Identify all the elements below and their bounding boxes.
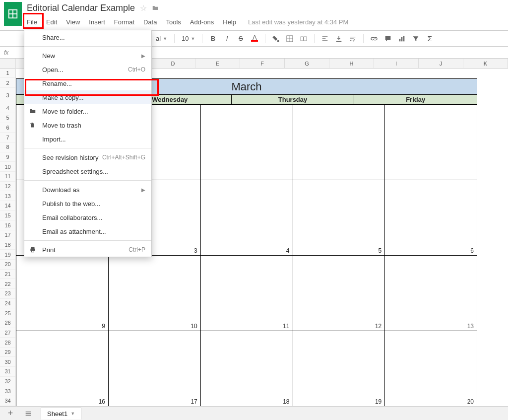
row-header[interactable]: 30 <box>0 357 15 367</box>
file-menu-item[interactable]: See revision historyCtrl+Alt+Shift+G <box>24 150 151 164</box>
file-menu-item[interactable]: Rename... <box>24 76 151 90</box>
menu-file[interactable]: File <box>27 18 37 26</box>
row-header[interactable]: 32 <box>0 377 15 387</box>
file-menu-item[interactable]: Move to trash <box>24 118 151 132</box>
merge-button[interactable] <box>298 33 309 44</box>
row-header[interactable]: 12 <box>0 182 15 192</box>
halign-button[interactable] <box>319 33 330 44</box>
menu-edit[interactable]: Edit <box>46 18 57 26</box>
wrap-button[interactable] <box>347 33 358 44</box>
fill-color-button[interactable] <box>270 33 281 44</box>
chart-button[interactable] <box>396 33 407 44</box>
file-menu-item[interactable]: Email collaborators... <box>24 210 151 224</box>
file-menu-item[interactable]: Make a copy... <box>24 90 151 104</box>
row-header[interactable]: 8 <box>0 142 15 152</box>
font-size-select[interactable]: 10 ▼ <box>180 35 197 42</box>
row-header[interactable]: 3 <box>0 88 15 103</box>
row-header[interactable]: 17 <box>0 230 15 240</box>
calendar-cell[interactable] <box>293 105 385 180</box>
row-header[interactable]: 15 <box>0 211 15 221</box>
row-header[interactable]: 2 <box>0 78 15 88</box>
calendar-cell[interactable]: 18 <box>201 331 293 406</box>
file-menu-item[interactable]: New▶ <box>24 49 151 63</box>
borders-button[interactable] <box>284 33 295 44</box>
calendar-cell[interactable]: 11 <box>201 256 293 331</box>
bold-button[interactable]: B <box>207 33 218 44</box>
font-family-select[interactable]: al ▼ <box>154 35 169 42</box>
col-header[interactable]: G <box>285 59 329 68</box>
row-header[interactable]: 25 <box>0 308 15 318</box>
row-header[interactable]: 5 <box>0 113 15 123</box>
calendar-cell[interactable]: 16 <box>16 331 109 406</box>
col-header[interactable]: D <box>151 59 195 68</box>
link-button[interactable] <box>369 33 380 44</box>
select-all-cell[interactable] <box>0 59 15 69</box>
menu-data[interactable]: Data <box>143 18 157 26</box>
file-menu-item[interactable]: Email as attachment... <box>24 224 151 238</box>
col-header[interactable]: E <box>195 59 240 68</box>
row-header[interactable]: 21 <box>0 270 15 280</box>
file-menu-item[interactable]: Spreadsheet settings... <box>24 164 151 178</box>
calendar-cell[interactable]: 4 <box>201 180 293 255</box>
all-sheets-button[interactable] <box>23 408 34 419</box>
row-header[interactable]: 22 <box>0 279 15 289</box>
row-header[interactable]: 24 <box>0 299 15 309</box>
row-header[interactable]: 7 <box>0 133 15 142</box>
row-header[interactable]: 23 <box>0 289 15 299</box>
folder-icon[interactable] <box>152 5 159 11</box>
row-header[interactable]: 4 <box>0 103 15 113</box>
doc-title[interactable]: Editorial Calendar Example <box>27 3 135 13</box>
row-header[interactable]: 10 <box>0 162 15 172</box>
filter-button[interactable] <box>410 33 421 44</box>
calendar-cell[interactable]: 19 <box>293 331 385 406</box>
row-header[interactable]: 11 <box>0 172 15 182</box>
menu-view[interactable]: View <box>66 18 80 26</box>
file-menu-item[interactable]: Open...Ctrl+O <box>24 63 151 76</box>
add-sheet-button[interactable]: + <box>5 408 16 419</box>
file-menu-item[interactable]: Import... <box>24 132 151 146</box>
col-header[interactable]: F <box>240 59 285 68</box>
calendar-cell[interactable]: 17 <box>109 331 201 406</box>
calendar-cell[interactable] <box>201 105 293 180</box>
menu-insert[interactable]: Insert <box>89 18 105 26</box>
calendar-cell[interactable]: 13 <box>385 256 477 331</box>
calendar-cell[interactable]: 10 <box>109 256 201 331</box>
menu-help[interactable]: Help <box>223 18 236 26</box>
calendar-cell[interactable]: 6 <box>385 180 477 255</box>
sheet-tab[interactable]: Sheet1 ▼ <box>41 408 81 420</box>
strike-button[interactable]: S <box>235 33 246 44</box>
row-header[interactable]: 1 <box>0 69 15 78</box>
file-menu-item[interactable]: PrintCtrl+P <box>24 243 151 257</box>
functions-button[interactable]: Σ <box>424 33 435 44</box>
calendar-cell[interactable]: 20 <box>385 331 477 406</box>
calendar-cell[interactable]: 9 <box>16 256 109 331</box>
menu-format[interactable]: Format <box>114 18 134 26</box>
row-header[interactable]: 26 <box>0 318 15 328</box>
menu-addons[interactable]: Add-ons <box>190 18 214 26</box>
file-menu-item[interactable]: Move to folder... <box>24 104 151 118</box>
col-header[interactable]: I <box>374 59 419 68</box>
row-header[interactable]: 31 <box>0 367 15 377</box>
row-header[interactable]: 19 <box>0 250 15 260</box>
italic-button[interactable]: I <box>221 33 232 44</box>
calendar-cell[interactable]: 5 <box>293 180 385 255</box>
star-icon[interactable]: ☆ <box>140 3 147 13</box>
col-header[interactable]: J <box>419 59 463 68</box>
row-header[interactable]: 20 <box>0 260 15 270</box>
valign-button[interactable] <box>333 33 344 44</box>
comment-button[interactable] <box>382 33 393 44</box>
row-header[interactable]: 6 <box>0 123 15 133</box>
row-header[interactable]: 33 <box>0 386 15 396</box>
col-header[interactable]: K <box>463 59 508 68</box>
row-header[interactable]: 14 <box>0 201 15 211</box>
file-menu-item[interactable]: Share... <box>24 30 151 44</box>
row-header[interactable]: 27 <box>0 328 15 338</box>
row-header[interactable]: 9 <box>0 152 15 162</box>
calendar-cell[interactable] <box>385 105 477 180</box>
row-header[interactable]: 28 <box>0 338 15 348</box>
file-menu-item[interactable]: Download as▶ <box>24 183 151 197</box>
calendar-cell[interactable]: 12 <box>293 256 385 331</box>
col-header[interactable]: H <box>329 59 374 68</box>
row-header[interactable]: 29 <box>0 348 15 357</box>
row-header[interactable]: 18 <box>0 240 15 250</box>
